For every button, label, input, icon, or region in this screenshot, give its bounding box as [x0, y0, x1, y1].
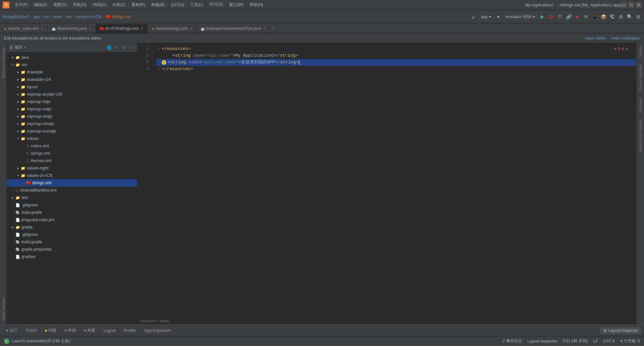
debug-icon[interactable]: 🐞 [547, 13, 555, 20]
tree-arrow-20[interactable] [11, 203, 15, 207]
tab-close-strings_values[interactable]: ✕ [190, 27, 192, 31]
menu-r[interactable]: 重构(R) [129, 1, 148, 8]
tree-item-0[interactable]: ▶📁java [7, 54, 137, 61]
profiler-tab[interactable]: Profiler [120, 327, 140, 334]
gradle-tab[interactable]: Gradle [637, 43, 644, 61]
settings-icon[interactable]: ⚙ [617, 13, 625, 20]
tree-item-21[interactable]: 🐘build.gradle [7, 209, 137, 216]
menu-vcss[interactable]: VCS(S) [207, 1, 226, 8]
run-tab[interactable]: 运行 [3, 326, 21, 335]
file-tree[interactable]: ▶📁java▼📁res▶📁drawable▶📁drawable-v24▶📁lay… [7, 52, 137, 325]
tabs-more-button[interactable]: » [270, 23, 276, 33]
tab-exampletest[interactable]: ☕ExampleInstrumentedTest.java✕ [197, 24, 270, 34]
tree-arrow-7[interactable]: ▶ [16, 107, 20, 111]
tree-item-24[interactable]: 📄.gitignore [7, 231, 137, 238]
menu-z[interactable]: 分析(Z) [110, 1, 128, 8]
tree-item-9[interactable]: ▶📁mipmap-xxhdpi [7, 120, 137, 128]
sdk-manager-icon[interactable]: 📦 [600, 13, 607, 20]
tree-item-20[interactable]: 📄.gitignore [7, 201, 137, 209]
tree-arrow-9[interactable]: ▶ [16, 122, 20, 126]
breadcrumb-item-4[interactable]: res [66, 14, 72, 19]
minimize-button[interactable]: — [621, 2, 627, 8]
panel-settings-icon[interactable]: ⚙ [120, 44, 127, 51]
build-variants-tab[interactable]: Build Variants [1, 295, 6, 323]
code-line-4[interactable]: ▾ </resources> [156, 66, 636, 72]
tree-arrow-24[interactable] [11, 233, 15, 237]
menu-w[interactable]: 窗口(W) [226, 1, 246, 8]
tree-arrow-13[interactable] [21, 151, 25, 155]
tree-arrow-12[interactable] [21, 144, 25, 148]
device-manager-tab[interactable]: Device Manager [637, 61, 644, 94]
run-icon[interactable]: ▶ [539, 13, 546, 20]
ide-settings-icon[interactable]: ⚙ [635, 13, 642, 20]
app-inspection-tab[interactable]: App Inspection [141, 327, 174, 334]
tree-arrow-5[interactable]: ▶ [16, 92, 20, 96]
tree-item-13[interactable]: ⬡strings.xml [7, 150, 137, 157]
tree-arrow-22[interactable] [11, 218, 15, 222]
menu-u[interactable]: 运行(U) [168, 1, 187, 8]
tree-item-7[interactable]: ▶📁mipmap-mdpi [7, 105, 137, 113]
tree-arrow-18[interactable] [11, 188, 15, 192]
code-line-2[interactable]: <string name="app_name">My Application2<… [156, 52, 636, 59]
tree-item-16[interactable]: ▼📁values-zh-rCN [7, 172, 137, 179]
problems-tab[interactable]: 问题 [42, 326, 60, 335]
logcat-tab[interactable]: Logcat [100, 327, 119, 334]
tree-arrow-4[interactable]: ▶ [16, 85, 20, 89]
menu-l[interactable]: 工具(L) [187, 1, 206, 8]
menu-h[interactable]: 帮助(H) [247, 1, 266, 8]
code-lines-area[interactable]: ⊖ 1 ∧ ∨ ▾ <resources> <string name="app_… [154, 43, 636, 316]
breadcrumb-item-2[interactable]: src [44, 14, 49, 19]
layout-inspector-button[interactable]: ⊞ Layout Inspector [600, 327, 641, 334]
tab-strings_zh[interactable]: 🇨🇳zh-rCN\strings.xml✕ [96, 24, 148, 34]
emulator-dropdown[interactable]: emulator-5554 ▾ [503, 13, 537, 20]
build-tab[interactable]: 构建 [80, 326, 99, 335]
tree-item-10[interactable]: ▶📁mipmap-xxxhdpi [7, 128, 137, 135]
avd-manager-icon[interactable]: 📱 [591, 13, 598, 20]
panel-hide-icon[interactable]: — [128, 44, 135, 51]
open-editor-link[interactable]: Open editor [585, 36, 606, 41]
tree-item-23[interactable]: ▶📁gradle [7, 224, 137, 231]
tree-arrow-19[interactable]: ▶ [11, 196, 15, 200]
menu-c[interactable]: 代码(C) [90, 1, 109, 8]
code-line-1[interactable]: ▾ <resources> [156, 46, 636, 52]
tree-item-25[interactable]: 🐘build.gradle [7, 238, 137, 246]
collapse-all-icon[interactable]: ≡ [113, 44, 120, 51]
tree-arrow-21[interactable] [11, 210, 15, 214]
stop-icon[interactable]: ■ [574, 13, 581, 20]
tree-item-15[interactable]: ▶📁values-night [7, 164, 137, 172]
tree-arrow-14[interactable] [21, 159, 25, 163]
fold-gutter-1[interactable]: ▾ [156, 46, 162, 52]
tree-item-27[interactable]: 📄gradlew [7, 253, 137, 260]
tree-item-4[interactable]: ▶📁layout [7, 83, 137, 91]
hide-notification-link[interactable]: Hide notification [611, 36, 640, 41]
tab-mainactivity[interactable]: ☕MainActivity.java✕ [48, 24, 96, 34]
tree-arrow-16[interactable]: ▼ [16, 174, 20, 178]
tree-arrow-1[interactable]: ▼ [11, 63, 15, 67]
tree-item-5[interactable]: ▶📁mipmap-anydpi-v26 [7, 91, 137, 98]
tab-activity_main[interactable]: ◈activity_main.xml✕ [0, 24, 48, 34]
breadcrumb-item-6[interactable]: 🇨🇳 strings.xml [106, 14, 131, 19]
attach-debugger-icon[interactable]: 🔗 [565, 13, 572, 20]
project-structure-icon[interactable]: 🏗 [608, 13, 616, 20]
tree-item-17[interactable]: 🇨🇳strings.xml [7, 179, 137, 187]
breadcrumb-item-5[interactable]: values-zh-rCN [76, 14, 102, 19]
tab-close-mainactivity[interactable]: ✕ [89, 27, 92, 31]
tree-item-18[interactable]: ⬡AndroidManifest.xml [7, 187, 137, 194]
tree-arrow-17[interactable] [21, 181, 25, 185]
tree-arrow-6[interactable]: ▶ [16, 100, 20, 104]
emulator-tab[interactable]: Emulator [637, 94, 644, 116]
tree-arrow-10[interactable]: ▶ [16, 129, 20, 133]
tree-item-22[interactable]: 📄proguard-rules.pro [7, 216, 137, 224]
tree-item-8[interactable]: ▶📁mipmap-xhdpi [7, 113, 137, 120]
tree-item-26[interactable]: 🐘gradle.properties [7, 246, 137, 253]
code-line-3[interactable]: ! <string name="welcome_name">欢迎来到我的APP<… [156, 59, 636, 66]
vcs-update-icon[interactable]: ↙ [470, 13, 477, 20]
breadcrumb-item-3[interactable]: main [53, 14, 62, 19]
terminal-tab[interactable]: 终端 [61, 326, 79, 335]
fold-gutter-4[interactable]: ▾ [156, 66, 162, 72]
tree-arrow-2[interactable]: ▶ [16, 70, 20, 74]
event-log-link[interactable]: 2 事件日志 [503, 338, 522, 344]
breadcrumb-item-1[interactable]: app [33, 14, 40, 19]
todo-tab[interactable]: TODO [22, 327, 40, 334]
tab-close-strings_zh[interactable]: ✕ [141, 27, 143, 31]
